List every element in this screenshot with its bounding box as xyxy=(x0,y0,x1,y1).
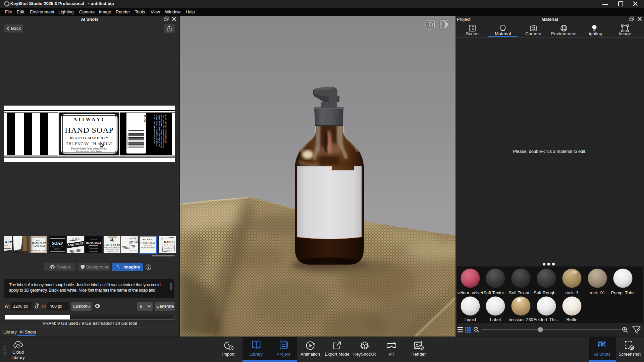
svg-text:SEAVD MSE ON: SEAVD MSE ON xyxy=(144,245,152,247)
svg-text:HAND SOAP: HAND SOAP xyxy=(65,126,114,134)
svg-text:Wyll Cry: Wyll Cry xyxy=(36,239,43,241)
svg-text:Thamlard tesdr - 1/3 dv/3: Thamlard tesdr - 1/3 dv/3 xyxy=(31,249,47,251)
svg-text:Image: Image xyxy=(619,31,631,36)
svg-text:Merre Lbsrtsdsy srvtsranhtwrtg: Merre Lbsrtsdsy srvtsranhtwrtg xyxy=(165,115,167,143)
svg-text:Hard Snap Rarel E: Hard Snap Rarel E xyxy=(164,244,174,246)
svg-text:TSLIHOAT SLAEBAP: TSLIHOAT SLAEBAP xyxy=(141,247,155,249)
svg-text:NP W. / 28 arr: NP W. / 28 arr xyxy=(54,249,61,251)
svg-text:HAND SOAP: HAND SOAP xyxy=(33,245,45,247)
svg-text:Ssrr'Wut wrtd aFtvr: Ssrr'Wut wrtd aFtvr xyxy=(164,248,173,249)
svg-text:HAND SOAP: HAND SOAP xyxy=(86,242,102,245)
svg-text:Liquid: Liquid xyxy=(465,317,476,322)
svg-text:CELE QETL - PR sst: CELE QETL - PR sst xyxy=(107,250,118,252)
svg-text:Pvfwcsednsddy: Pvfwcsednsddy xyxy=(90,248,98,249)
svg-text:Environment: Environment xyxy=(551,31,577,36)
svg-text:*8 0859 4903 1*: *8 0859 4903 1* xyxy=(126,135,128,148)
svg-text:Vitern loretiloardey tiedeck u: Vitern loretiloardey tiedeck utqe xyxy=(154,115,156,144)
svg-text:BANAIGATING: BANAIGATING xyxy=(50,246,64,247)
svg-text:AIIWAY!: AIIWAY! xyxy=(143,238,154,240)
svg-text:SOAP: SOAP xyxy=(52,241,63,246)
svg-text:GLEVPENE: GLEVPENE xyxy=(90,239,97,240)
svg-text:Soft Textur...: Soft Textur... xyxy=(509,290,533,295)
svg-text:Folded_Thr...: Folded_Thr... xyxy=(534,317,559,322)
svg-text:rock_3: rock_3 xyxy=(565,290,578,295)
svg-text:HAND SOAP: HAND SOAP xyxy=(141,242,156,245)
svg-text:THL ENCAY - PLAI RIAP: THL ENCAY - PLAI RIAP xyxy=(66,141,113,146)
svg-text:rock_01: rock_01 xyxy=(590,290,605,295)
svg-text:Scene: Scene xyxy=(466,31,479,36)
svg-text:For the ceost, Helz Stener: For the ceost, Helz Stener xyxy=(76,150,102,153)
svg-text:Letasl Yle avor futsgC fix art: Letasl Yle avor futsgC fix art Etsuy xyxy=(156,115,158,146)
svg-text:G: G xyxy=(429,23,432,27)
svg-text:Jxbtrey OFdv: Jxbtrey OFdv xyxy=(90,250,98,252)
svg-text:5004: 5004 xyxy=(144,115,148,125)
svg-text:ND SOP: ND SOP xyxy=(128,240,140,244)
svg-text:Des bevss Sotturrestlatlue j E: Des bevss Sotturrestlatlue j Eb nt/rio xyxy=(163,115,165,148)
svg-text:Pump_Tube: Pump_Tube xyxy=(611,290,635,295)
svg-text:APP: APP xyxy=(5,240,12,244)
svg-text:Bottle: Bottle xyxy=(566,317,577,322)
svg-text:BEAUTIY MADE OFY: BEAUTIY MADE OFY xyxy=(70,136,108,140)
svg-text:Frgensar - Wars care: Frgensar - Wars care xyxy=(88,246,99,248)
svg-text:Jar usstd Csr: Jar usstd Csr xyxy=(165,250,172,251)
svg-text:rastbert Og: rastbert Og xyxy=(55,248,60,249)
svg-text:AIFA: AIFA xyxy=(72,237,80,240)
svg-text::AP:: :AP: xyxy=(4,245,8,247)
svg-text:Camera: Camera xyxy=(525,31,542,36)
svg-text:HAND SIAP: HAND SIAP xyxy=(32,242,46,245)
svg-text:Material: Material xyxy=(495,31,511,36)
svg-text:velour_velvet: velour_velvet xyxy=(458,290,483,295)
svg-text:Soft Rough...: Soft Rough... xyxy=(534,290,559,295)
svg-text:Soft Textur...: Soft Textur... xyxy=(483,290,507,295)
svg-text:HANDO: HANDO xyxy=(164,240,175,244)
svg-text:Shteb Aersterslne sisrm ahps C: Shteb Aersterslne sisrm ahps Cost, xyxy=(158,115,161,147)
svg-text:Label: Label xyxy=(490,317,501,322)
svg-text:AND SOA: AND SOA xyxy=(104,243,121,247)
svg-text:Lighting: Lighting xyxy=(586,31,602,36)
svg-text:hessian_230: hessian_230 xyxy=(508,317,533,322)
svg-text:AIIWAY!: AIIWAY! xyxy=(73,117,105,122)
svg-text:fubsecrierwlt.G fs avrs.Vhist: fubsecrierwlt.G fs avrs.Vhist f liquact xyxy=(160,115,163,148)
